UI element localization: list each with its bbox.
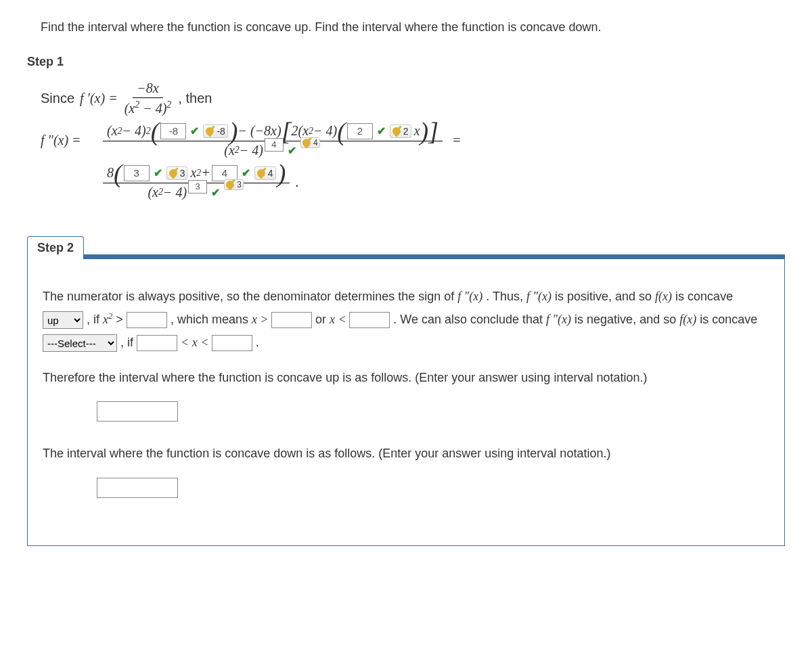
t1a: The numerator is always positive, so the…: [43, 290, 457, 303]
lt2: < x <: [181, 336, 212, 349]
step2-bar: [84, 254, 785, 258]
answer-box-4[interactable]: 3: [124, 165, 150, 181]
d2a: (x: [148, 185, 158, 200]
step1-line2: f ″(x) = (x2 − 4)2 ( -8 ✔ -8 ) − (−8x) […: [41, 122, 785, 160]
step2-paragraph-1: The numerator is always positive, so the…: [43, 285, 769, 355]
num-end: x: [414, 123, 420, 139]
key-icon: [167, 168, 179, 179]
question-text: Find the interval where the function is …: [41, 20, 771, 35]
key-answer-5[interactable]: 4: [254, 166, 276, 180]
fpp1: f ″(x): [457, 290, 482, 303]
input-concave-up-interval[interactable]: [97, 401, 178, 422]
fpp-frac1-den: (x2 − 4) 4 ✔ 4: [220, 141, 325, 160]
fx1: f(x): [655, 290, 672, 303]
d2b: − 4): [163, 185, 187, 200]
nc: 2(x: [291, 123, 309, 139]
key-answer-3[interactable]: 4: [300, 137, 320, 148]
concave-select-2[interactable]: ---Select---: [43, 334, 117, 352]
t2e: is concave: [700, 313, 757, 326]
check-icon: ✔: [377, 124, 386, 137]
fpp-frac2: 8 ( 3 ✔ 3 x2 + 4 ✔ 4 ) (x2 − 4) 3 ✔ 3: [103, 164, 290, 202]
concave-select-1[interactable]: up: [43, 311, 83, 329]
t1d: is concave: [675, 290, 733, 303]
answer-box-2[interactable]: 2: [347, 123, 373, 139]
key5-val: 4: [268, 168, 273, 179]
step2-header: Step 2: [27, 235, 785, 258]
step2-paragraph-3: The interval where the function is conca…: [43, 442, 769, 465]
fpp2: f ″(x): [526, 290, 551, 303]
xgt: x >: [252, 313, 271, 326]
input-concave-down-interval[interactable]: [97, 478, 178, 498]
frac-fprime-den: (x2 − 4)2: [120, 98, 176, 118]
gt: >: [116, 313, 127, 326]
key6-val: 3: [237, 180, 242, 189]
or: or: [315, 313, 330, 326]
key3-val: 4: [313, 138, 318, 148]
t1b: . Thus,: [486, 290, 526, 303]
input-range-low[interactable]: [137, 335, 177, 351]
answer-box-6[interactable]: 3: [188, 180, 207, 194]
equals-trailing: =: [452, 133, 461, 148]
step2-label: Step 2: [27, 236, 84, 259]
input-xsq-gt[interactable]: [127, 312, 167, 328]
check-icon: ✔: [190, 124, 199, 137]
frac-fprime: −8x (x2 − 4)2: [120, 79, 176, 118]
frac-fprime-num: −8x: [133, 79, 162, 98]
step1-body: Since f ′(x) = −8x (x2 − 4)2 , then f ″(…: [41, 79, 785, 202]
xsq: x: [103, 313, 108, 326]
key-icon: [255, 168, 267, 179]
answer-box-3[interactable]: 4: [265, 138, 284, 152]
key4-val: 3: [180, 168, 185, 179]
t2a: , if: [87, 313, 103, 326]
key-answer-2[interactable]: 2: [390, 124, 411, 138]
key-answer-6[interactable]: 3: [224, 179, 244, 190]
nd: − 4): [313, 123, 337, 139]
l3-plus: +: [201, 165, 210, 181]
key-answer-1[interactable]: -8: [203, 124, 227, 138]
t3b: .: [256, 336, 259, 349]
key-icon: [204, 126, 216, 137]
check-icon: ✔: [211, 186, 220, 199]
answer-box-1[interactable]: -8: [160, 123, 186, 139]
step1-label: Step 1: [27, 55, 785, 69]
fpp-label: f ″(x) =: [41, 133, 95, 148]
den-a: (x: [125, 101, 135, 116]
key2-val: 2: [403, 126, 409, 137]
t3a: , if: [120, 336, 137, 349]
fpp-frac2-den: (x2 − 4) 3 ✔ 3: [143, 183, 248, 202]
fx2: f(x): [679, 313, 696, 326]
period: .: [295, 175, 298, 190]
step2-box: The numerator is always positive, so the…: [27, 258, 785, 546]
d1b: − 4): [240, 143, 263, 158]
then-text: , then: [178, 91, 212, 106]
l3-mid: x: [190, 165, 196, 181]
nb: − 4): [122, 123, 146, 139]
na: (x: [107, 123, 118, 139]
key-answer-4[interactable]: 3: [166, 166, 188, 180]
key-icon: [300, 137, 312, 148]
fpp3: f ″(x): [546, 313, 571, 326]
input-x-lt[interactable]: [349, 312, 390, 328]
step1-line3: 8 ( 3 ✔ 3 x2 + 4 ✔ 4 ) (x2 − 4) 3 ✔ 3 .: [41, 164, 785, 202]
step1-line1: Since f ′(x) = −8x (x2 − 4)2 , then: [41, 79, 785, 118]
step2-paragraph-2: Therefore the interval where the functio…: [43, 366, 769, 389]
input-range-high[interactable]: [212, 335, 252, 351]
d1a: (x: [224, 143, 235, 158]
fprime-label: f ′(x) =: [80, 91, 118, 106]
fpp-frac1: (x2 − 4)2 ( -8 ✔ -8 ) − (−8x) [ 2(x2 − 4…: [103, 122, 443, 160]
check-icon: ✔: [288, 144, 296, 157]
key-icon: [390, 126, 402, 137]
key1-val: -8: [217, 126, 225, 137]
t2b: , which means: [171, 313, 252, 326]
num-mid: − (−8x): [238, 123, 281, 139]
xlt: x <: [330, 313, 349, 326]
check-icon: ✔: [154, 166, 162, 179]
t2c: . We can also conclude that: [393, 313, 546, 326]
t1c: is positive, and so: [555, 290, 655, 303]
check-icon: ✔: [242, 166, 250, 179]
t2d: is negative, and so: [574, 313, 679, 326]
key-icon: [225, 179, 236, 190]
input-x-gt[interactable]: [271, 312, 312, 328]
since-text: Since: [41, 91, 74, 106]
l3-pre: 8: [107, 165, 114, 181]
